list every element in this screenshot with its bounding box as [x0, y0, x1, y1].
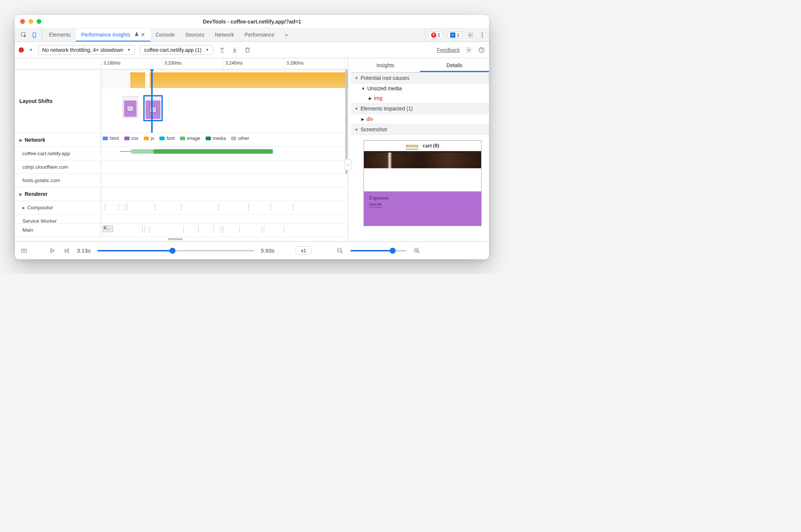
- zoom-out-icon[interactable]: [336, 247, 344, 254]
- horizontal-scrollbar[interactable]: [15, 237, 348, 241]
- track-layout-shifts: Layout Shifts: [15, 69, 348, 133]
- ruler-tick: 3,160ms: [101, 58, 162, 69]
- close-window-button[interactable]: [20, 19, 25, 24]
- flask-icon: [134, 31, 139, 38]
- section-potential-root-causes[interactable]: ▼ Potential root causes: [351, 72, 489, 84]
- device-toolbar-icon[interactable]: [31, 31, 38, 39]
- timeline-scrubber[interactable]: [97, 250, 254, 251]
- import-icon[interactable]: [231, 46, 239, 54]
- export-icon[interactable]: [218, 46, 226, 54]
- inspect-element-icon[interactable]: [20, 31, 28, 39]
- feedback-link[interactable]: Feedback: [437, 47, 460, 53]
- tab-details[interactable]: Details: [420, 58, 489, 72]
- issues-badge[interactable]: 1: [448, 31, 462, 38]
- record-dropdown-icon[interactable]: ▼: [29, 48, 33, 52]
- network-host-row: cdnjs.cloudflare.com: [15, 160, 348, 174]
- preview-menu-link: menu: [406, 143, 418, 150]
- window-titlebar: DevTools - coffee-cart.netlify.app/?ad=1: [15, 15, 489, 28]
- svg-rect-10: [21, 249, 27, 252]
- svg-point-7: [468, 49, 470, 51]
- minimize-window-button[interactable]: [28, 19, 33, 24]
- zoom-window-button[interactable]: [37, 19, 41, 24]
- details-panel: Insights Details ▼ Potential root causes…: [351, 58, 489, 241]
- main-task[interactable]: R...: [103, 225, 113, 232]
- network-host-row: fonts.gstatic.com: [15, 174, 348, 187]
- screenshot-thumbnail-selected[interactable]: [144, 96, 162, 120]
- track-renderer-header: ▶ Renderer: [15, 187, 348, 201]
- svg-point-9: [481, 51, 481, 51]
- legend-swatch-other: [231, 137, 236, 140]
- settings-gear-icon[interactable]: [467, 31, 474, 39]
- close-tab-icon[interactable]: ✕: [141, 32, 145, 38]
- caret-right-icon: ▶: [22, 206, 25, 210]
- legend-swatch-html: [103, 137, 108, 140]
- error-icon: [431, 32, 436, 38]
- triangle-down-icon: ▼: [361, 87, 365, 91]
- legend-swatch-image: [180, 137, 185, 140]
- caret-right-icon: ▶: [19, 192, 22, 196]
- screenshot-thumbnail[interactable]: [123, 96, 138, 118]
- caret-right-icon: ▶: [19, 138, 22, 142]
- section-elements-impacted[interactable]: ▼ Elements impacted (1): [351, 103, 489, 114]
- skip-to-start-icon[interactable]: [63, 247, 70, 254]
- traffic-lights: [20, 19, 41, 24]
- devtools-window: DevTools - coffee-cart.netlify.app/?ad=1…: [15, 15, 489, 259]
- track-service-worker: Service Worker: [15, 215, 348, 223]
- track-label-network[interactable]: ▶ Network: [15, 133, 101, 147]
- legend-swatch-js: [144, 137, 149, 140]
- help-icon[interactable]: [478, 46, 485, 54]
- svg-point-3: [470, 34, 471, 36]
- tab-elements[interactable]: Elements: [44, 28, 76, 41]
- request-whisker: [120, 151, 131, 152]
- play-icon[interactable]: [49, 247, 56, 254]
- tab-console[interactable]: Console: [150, 28, 180, 41]
- panel-splitter[interactable]: ›: [348, 58, 351, 241]
- toggle-screenshots-icon[interactable]: [20, 247, 28, 254]
- main-tasks[interactable]: [142, 226, 348, 233]
- preview-cart-link: cart (0): [423, 143, 439, 150]
- tabs-overflow-button[interactable]: »: [280, 28, 293, 41]
- devtools-tabstrip: Elements Performance insights ✕ Console …: [15, 28, 489, 42]
- tab-network[interactable]: Network: [210, 28, 239, 41]
- throttling-select[interactable]: No network throttling, 4× slowdown ▼: [38, 45, 135, 55]
- page-select[interactable]: coffee-cart.netlify.app (1) ▼: [140, 45, 213, 55]
- time-ruler: 3,160ms 3,200ms 3,240ms 3,280ms: [15, 58, 348, 69]
- playback-speed[interactable]: x1: [295, 246, 312, 255]
- svg-point-11: [24, 250, 25, 251]
- tab-performance-insights[interactable]: Performance insights ✕: [76, 28, 150, 41]
- tab-performance[interactable]: Performance: [239, 28, 280, 41]
- track-compositor: ▶ Compositor: [15, 201, 348, 215]
- section-screenshot[interactable]: ▼ Screenshot: [351, 124, 489, 135]
- svg-point-6: [482, 36, 483, 37]
- frame-block[interactable]: [130, 72, 145, 88]
- tree-img-element[interactable]: ▶ img: [351, 93, 489, 103]
- kebab-menu-icon[interactable]: [479, 31, 486, 39]
- chevron-down-icon: ▼: [205, 48, 209, 52]
- console-errors-badge[interactable]: 1: [428, 31, 443, 38]
- playhead[interactable]: [151, 69, 153, 133]
- vertical-scrollbar[interactable]: [345, 69, 348, 237]
- tab-sources[interactable]: Sources: [180, 28, 209, 41]
- request-bar[interactable]: [153, 149, 273, 154]
- chevron-down-icon: ▼: [127, 48, 131, 52]
- triangle-right-icon: ▶: [361, 117, 364, 121]
- tab-insights[interactable]: Insights: [351, 58, 420, 72]
- zoom-slider[interactable]: [350, 250, 406, 251]
- record-button[interactable]: [19, 47, 24, 53]
- frame-block[interactable]: [150, 72, 348, 88]
- triangle-down-icon: ▼: [355, 76, 358, 80]
- time-end: 5.93s: [261, 247, 275, 254]
- request-bar[interactable]: [131, 149, 153, 154]
- svg-point-4: [482, 32, 483, 34]
- legend-swatch-font: [159, 137, 165, 140]
- layout-shifts-content[interactable]: [101, 69, 348, 133]
- legend-swatch-css: [124, 137, 130, 140]
- tree-unsized-media[interactable]: ▼ Unsized media: [351, 84, 489, 93]
- zoom-in-icon[interactable]: [413, 247, 421, 254]
- tree-div-element[interactable]: ▶ div: [351, 114, 489, 124]
- toolbar-settings-icon[interactable]: [465, 46, 473, 54]
- collapse-handle-icon[interactable]: ›: [345, 159, 351, 170]
- screenshot-preview: menu cart (0) Espresso $10.00: [364, 140, 481, 226]
- compositor-tasks[interactable]: [103, 203, 348, 211]
- delete-icon[interactable]: [244, 46, 251, 54]
